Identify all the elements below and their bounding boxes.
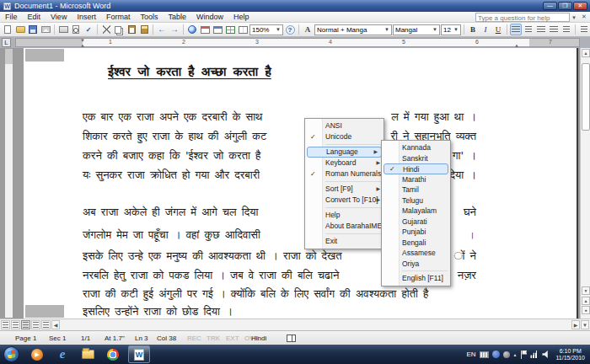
menu-item-help[interactable]: Help (305, 210, 384, 221)
insert-excel-worksheet-icon[interactable] (224, 24, 236, 35)
styles-icon[interactable]: A (302, 24, 314, 35)
previous-page-icon[interactable]: ▲ (582, 297, 590, 305)
cut-icon[interactable] (100, 24, 112, 35)
scroll-left-icon[interactable]: ◀ (51, 320, 60, 329)
tab-selector[interactable]: L (2, 38, 11, 47)
help-icon[interactable]: ? (284, 24, 296, 35)
center-icon[interactable] (523, 24, 534, 35)
menu-item-about-barahaime[interactable]: About BarahaIME (305, 221, 384, 232)
submenu-item-bengali[interactable]: Bengali (382, 238, 450, 249)
submenu-item-punjabi[interactable]: Punjabi (382, 227, 450, 238)
next-page-icon[interactable]: ▼ (581, 320, 589, 329)
tray-status-icon[interactable] (503, 351, 510, 358)
submenu-item-hindi[interactable]: ✓Hindi (384, 163, 448, 174)
vertical-scrollbar[interactable]: ▲ ▼ ▲ ● (580, 48, 590, 318)
menu-item-keyboard[interactable]: Keyboard▶ (305, 158, 384, 169)
menu-format[interactable]: Format (101, 12, 136, 23)
paste-icon[interactable] (126, 24, 137, 35)
numbering-icon[interactable] (578, 24, 590, 35)
submenu-item-tamil[interactable]: Tamil (382, 185, 450, 195)
menu-item-ansi[interactable]: ANSI (305, 120, 384, 131)
submenu-item-malayalam[interactable]: Malayalam (382, 206, 450, 217)
status-ext[interactable]: EXT (226, 335, 239, 342)
submenu-item-gujarati[interactable]: Gujarati (382, 217, 450, 228)
columns-icon[interactable] (237, 24, 249, 35)
clock[interactable]: 6:10 PM 11/15/2010 (553, 348, 587, 361)
normal-view-icon[interactable] (1, 320, 10, 329)
menu-item-convert-to[interactable]: Convert To [F10]▶ (305, 195, 384, 206)
menu-insert[interactable]: Insert (72, 12, 101, 23)
status-trk[interactable]: TRK (206, 335, 220, 342)
minimize-button[interactable]: — (543, 2, 557, 10)
menu-window[interactable]: Window (191, 12, 228, 23)
print-preview-icon[interactable] (70, 24, 82, 35)
show-hidden-icons-chevron[interactable]: ▲ (513, 352, 518, 357)
taskbar-chrome-icon[interactable] (104, 346, 122, 362)
open-icon[interactable] (14, 24, 26, 35)
menu-item-language[interactable]: Language▶ (307, 147, 382, 158)
print-layout-view-icon[interactable] (21, 320, 30, 329)
restore-button[interactable]: ❐ (558, 2, 572, 10)
scroll-down-icon[interactable]: ▼ (582, 286, 590, 295)
submenu-item-english[interactable]: English [F11] (382, 273, 450, 284)
submenu-item-marathi[interactable]: Marathi (382, 174, 450, 185)
menu-item-unicode[interactable]: ✓Unicode (305, 131, 384, 142)
document-page[interactable]: ईश्वर जो करता है अच्छा करता है एक बार एक… (24, 48, 578, 318)
insert-table-icon[interactable] (212, 24, 223, 35)
print-icon[interactable] (57, 24, 69, 35)
format-painter-icon[interactable] (138, 24, 150, 35)
save-icon[interactable] (27, 24, 39, 35)
spelling-status-book-icon[interactable] (287, 335, 296, 342)
status-rec[interactable]: REC (187, 335, 201, 342)
language-indicator[interactable]: EN (466, 351, 475, 358)
submenu-item-sanskrit[interactable]: Sanskrit (382, 153, 450, 164)
vertical-ruler[interactable] (4, 48, 13, 318)
italic-icon[interactable]: I (480, 24, 491, 35)
zoom-select[interactable]: 150%▼ (249, 24, 283, 35)
menu-item-roman-numerals[interactable]: ✓Roman Numerals (305, 169, 384, 179)
line-spacing-icon[interactable] (560, 24, 572, 35)
email-icon[interactable] (40, 24, 51, 35)
spelling-grammar-icon[interactable]: ✓ (83, 24, 94, 35)
horizontal-ruler[interactable]: 1 2 3 4 5 6 7 ▼ ▲ ▲ (15, 38, 580, 47)
font-select[interactable]: Mangal▼ (393, 24, 440, 35)
action-center-flag-icon[interactable] (520, 351, 527, 359)
copy-icon[interactable] (113, 24, 125, 35)
new-document-icon[interactable] (2, 24, 13, 35)
tables-and-borders-icon[interactable] (199, 24, 211, 35)
network-icon[interactable] (530, 351, 539, 358)
keyboard-layout-icon[interactable] (480, 351, 489, 358)
scrollbar-thumb[interactable] (582, 63, 590, 131)
undo-icon[interactable]: ← (156, 24, 168, 35)
menu-item-exit[interactable]: Exit (305, 236, 384, 247)
submenu-item-assamese[interactable]: Assamese (382, 248, 450, 259)
align-right-icon[interactable] (535, 24, 547, 35)
underline-icon[interactable]: U (492, 24, 504, 35)
taskbar-explorer-folder-icon[interactable] (78, 346, 97, 362)
justify-icon[interactable] (548, 24, 560, 35)
menu-edit[interactable]: Edit (23, 12, 46, 23)
web-layout-view-icon[interactable] (11, 320, 20, 329)
menu-tools[interactable]: Tools (135, 12, 163, 23)
document-close-icon[interactable]: ✕ (580, 13, 588, 20)
submenu-item-telugu[interactable]: Telugu (382, 195, 450, 206)
reading-layout-view-icon[interactable] (41, 320, 51, 329)
insert-hyperlink-icon[interactable] (186, 24, 198, 35)
taskbar-media-player-icon[interactable]: ▶ (28, 346, 46, 362)
help-dropdown-icon[interactable]: ▾ (570, 14, 578, 21)
volume-icon[interactable] (542, 351, 550, 358)
menu-item-sort[interactable]: Sort [F9]▶ (305, 184, 384, 195)
menu-table[interactable]: Table (163, 12, 191, 23)
help-question-box[interactable] (475, 13, 570, 22)
bluetooth-icon[interactable] (492, 351, 500, 358)
font-size-select[interactable]: 12▼ (441, 24, 461, 35)
style-select[interactable]: Normal + Manga▼ (314, 24, 392, 35)
taskbar-word-button-active[interactable]: W (128, 345, 150, 363)
align-left-icon[interactable] (510, 24, 522, 35)
scroll-up-icon[interactable]: ▲ (582, 49, 590, 57)
scroll-right-icon[interactable]: ▶ (571, 320, 580, 329)
close-button[interactable]: ✕ (573, 2, 587, 10)
submenu-item-oriya[interactable]: Oriya (382, 259, 450, 270)
start-button[interactable] (3, 346, 19, 362)
taskbar-internet-explorer-icon[interactable]: e (53, 346, 72, 362)
